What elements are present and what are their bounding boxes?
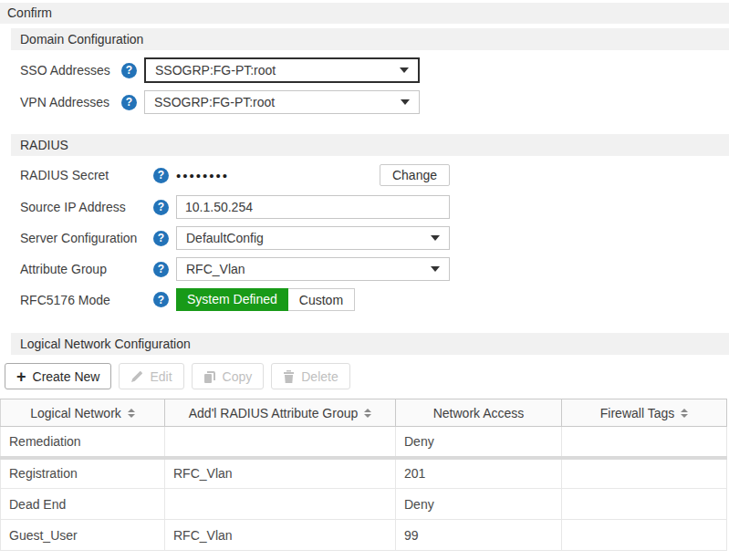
change-secret-button[interactable]: Change xyxy=(380,164,450,186)
source-ip-row: Source IP Address ? xyxy=(20,195,450,219)
cell-attribute-group xyxy=(165,489,396,520)
table-toolbar: + Create New Edit Copy Delete xyxy=(5,363,729,389)
rfc5176-mode-label: RFC5176 Mode xyxy=(20,293,153,307)
help-icon[interactable]: ? xyxy=(121,63,137,78)
sso-addresses-label: SSO Addresses xyxy=(20,63,121,78)
column-header-logical-network[interactable]: Logical Network xyxy=(1,399,165,427)
sort-icon xyxy=(681,409,688,418)
help-icon[interactable]: ? xyxy=(153,200,169,215)
cell-attribute-group xyxy=(165,427,396,458)
delete-button[interactable]: Delete xyxy=(271,363,349,389)
chevron-down-icon xyxy=(401,99,410,105)
column-header-firewall-tags[interactable]: Firewall Tags xyxy=(562,399,727,427)
attribute-group-select[interactable]: RFC_Vlan xyxy=(176,257,450,281)
edit-button[interactable]: Edit xyxy=(119,363,183,389)
cell-network-access: Deny xyxy=(396,427,562,458)
cell-logical-network: Guest_User xyxy=(1,520,165,551)
column-header-network-access: Network Access xyxy=(396,399,562,427)
server-configuration-value: DefaultConfig xyxy=(186,231,264,245)
cell-network-access: Deny xyxy=(396,489,562,520)
page-title: Confirm xyxy=(0,3,729,24)
delete-label: Delete xyxy=(301,369,338,384)
column-header-addl-radius-attribute-group[interactable]: Add'l RADIUS Attribute Group xyxy=(165,399,396,427)
cell-logical-network: Remediation xyxy=(1,427,165,458)
cell-attribute-group: RFC_Vlan xyxy=(165,520,396,551)
cell-network-access: 201 xyxy=(396,458,562,489)
sort-icon xyxy=(128,409,135,418)
copy-label: Copy xyxy=(223,369,253,384)
section-radius: RADIUS xyxy=(11,134,729,156)
cell-firewall-tags xyxy=(562,520,727,551)
table-header-row: Logical Network Add'l RADIUS Attribute G… xyxy=(1,399,727,427)
server-configuration-label: Server Configuration xyxy=(20,231,153,245)
vpn-addresses-label: VPN Addresses xyxy=(20,95,121,109)
table-row[interactable]: Guest_User RFC_Vlan 99 xyxy=(1,520,727,551)
help-icon[interactable]: ? xyxy=(153,292,169,307)
server-configuration-row: Server Configuration ? DefaultConfig xyxy=(20,226,450,250)
server-configuration-select[interactable]: DefaultConfig xyxy=(176,226,450,250)
table-row[interactable]: Remediation Deny xyxy=(1,427,727,458)
section-logical-network-configuration: Logical Network Configuration xyxy=(11,333,729,355)
sso-addresses-value: SSOGRP:FG-PT:root xyxy=(155,63,276,78)
copy-icon xyxy=(203,370,216,383)
help-icon[interactable]: ? xyxy=(153,231,169,246)
toggle-option-custom[interactable]: Custom xyxy=(288,288,355,311)
create-new-label: Create New xyxy=(33,369,100,384)
chevron-down-icon xyxy=(431,266,440,272)
sso-addresses-select[interactable]: SSOGRP:FG-PT:root xyxy=(144,57,420,83)
radius-secret-label: RADIUS Secret xyxy=(20,168,153,182)
table-row[interactable]: Dead End Deny xyxy=(1,489,727,520)
source-ip-input[interactable] xyxy=(176,195,450,219)
copy-button[interactable]: Copy xyxy=(192,363,265,389)
source-ip-label: Source IP Address xyxy=(20,200,153,214)
chevron-down-icon xyxy=(400,67,409,73)
cell-network-access: 99 xyxy=(396,520,562,551)
toggle-option-system-defined[interactable]: System Defined xyxy=(176,288,288,311)
rfc5176-mode-toggle: System Defined Custom xyxy=(176,288,355,311)
table-row[interactable]: Registration RFC_Vlan 201 xyxy=(1,458,727,489)
vpn-addresses-row: VPN Addresses ? SSOGRP:FG-PT:root xyxy=(20,90,450,114)
vpn-addresses-value: SSOGRP:FG-PT:root xyxy=(154,95,275,109)
logical-network-table: Logical Network Add'l RADIUS Attribute G… xyxy=(0,399,727,551)
attribute-group-row: Attribute Group ? RFC_Vlan xyxy=(20,257,450,281)
rfc5176-mode-row: RFC5176 Mode ? System Defined Custom xyxy=(20,288,450,311)
sort-icon xyxy=(364,409,371,418)
help-icon[interactable]: ? xyxy=(153,262,169,277)
attribute-group-label: Attribute Group xyxy=(20,262,153,276)
trash-icon xyxy=(283,370,295,383)
radius-secret-row: RADIUS Secret ? •••••••• Change xyxy=(20,164,450,186)
create-new-button[interactable]: + Create New xyxy=(5,363,111,389)
radius-secret-masked-value: •••••••• xyxy=(176,168,229,183)
cell-firewall-tags xyxy=(562,427,727,458)
help-icon[interactable]: ? xyxy=(153,168,169,183)
sso-addresses-row: SSO Addresses ? SSOGRP:FG-PT:root xyxy=(20,57,450,83)
pencil-icon xyxy=(130,370,143,383)
chevron-down-icon xyxy=(431,235,440,241)
cell-firewall-tags xyxy=(562,489,727,520)
cell-attribute-group: RFC_Vlan xyxy=(165,458,396,489)
attribute-group-value: RFC_Vlan xyxy=(186,262,245,276)
cell-firewall-tags xyxy=(562,458,727,489)
cell-logical-network: Dead End xyxy=(1,489,165,520)
help-icon[interactable]: ? xyxy=(121,95,137,110)
cell-logical-network: Registration xyxy=(1,458,165,489)
edit-label: Edit xyxy=(150,369,172,384)
vpn-addresses-select[interactable]: SSOGRP:FG-PT:root xyxy=(144,90,420,114)
plus-icon: + xyxy=(16,368,26,385)
section-domain-configuration: Domain Configuration xyxy=(11,28,729,50)
